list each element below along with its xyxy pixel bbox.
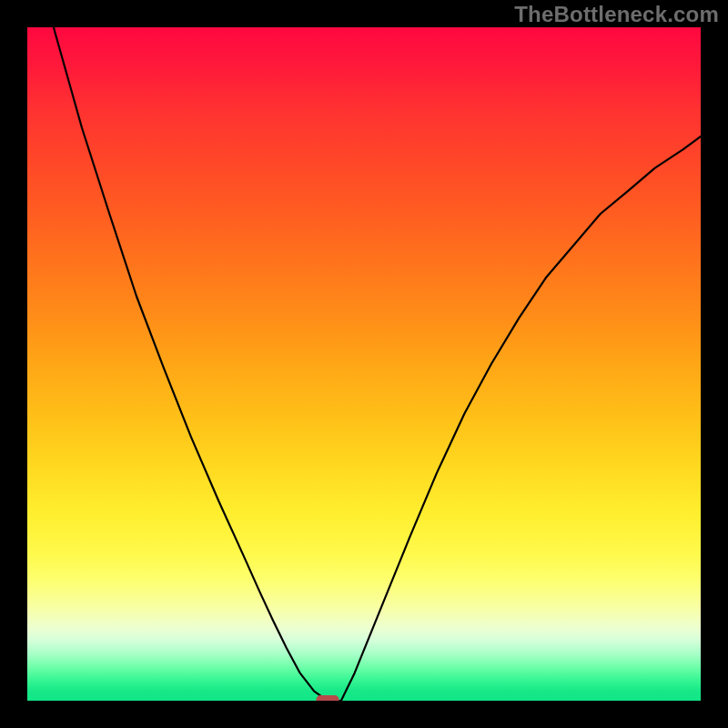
chart-frame: TheBottleneck.com [0, 0, 728, 728]
optimum-marker [316, 695, 339, 701]
curve-canvas [27, 27, 701, 701]
bottleneck-curve [27, 27, 701, 701]
plot-area [27, 27, 701, 701]
watermark-text: TheBottleneck.com [514, 2, 719, 27]
